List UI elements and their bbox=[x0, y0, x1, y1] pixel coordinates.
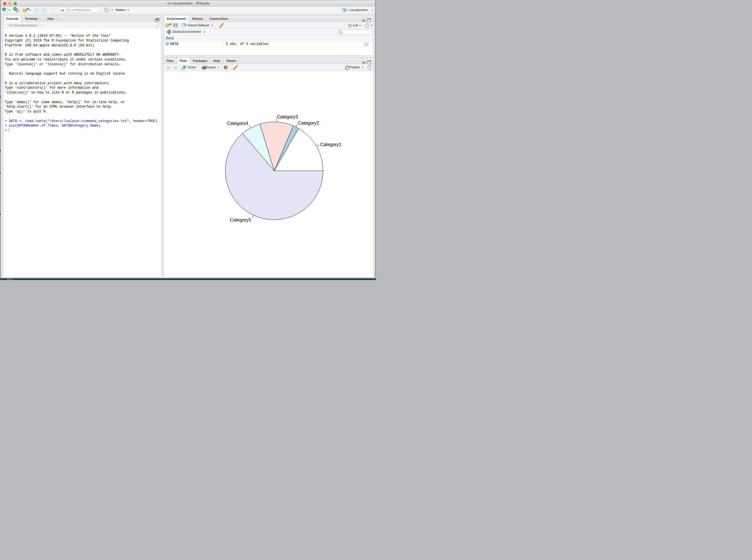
svg-text:Category1: Category1 bbox=[320, 142, 341, 147]
svg-text:Category4: Category4 bbox=[227, 121, 248, 126]
svg-text:R: R bbox=[16, 9, 18, 12]
svg-text:Category2: Category2 bbox=[298, 120, 319, 125]
svg-text:Category5: Category5 bbox=[230, 217, 251, 222]
svg-text:Category3: Category3 bbox=[277, 114, 298, 119]
svg-text:R: R bbox=[344, 9, 345, 12]
